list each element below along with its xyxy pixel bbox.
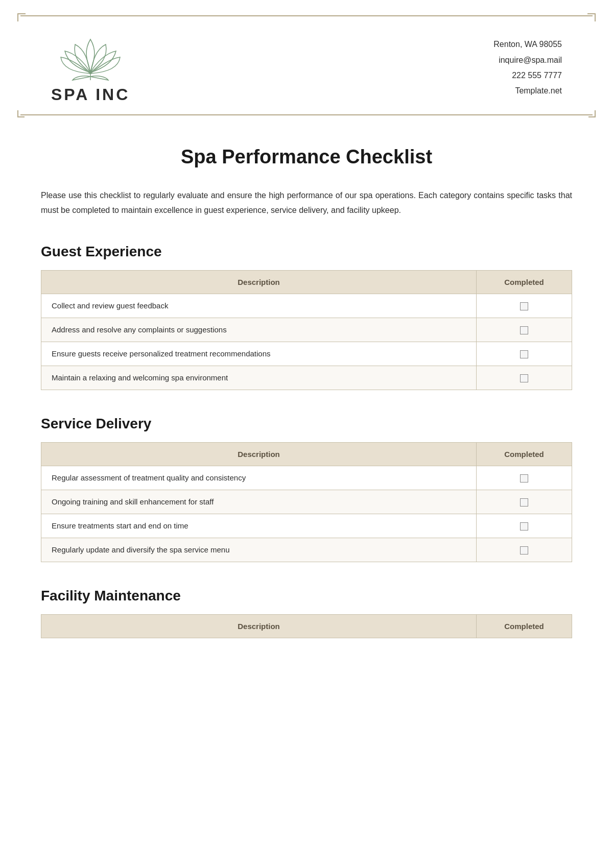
table-row: Regularly update and diversify the spa s…: [41, 538, 572, 562]
service-delivery-table: Description Completed Regular assessment…: [41, 442, 572, 562]
table-row: Ongoing training and skill enhancement f…: [41, 490, 572, 514]
row-description: Maintain a relaxing and welcoming spa en…: [41, 366, 477, 390]
main-content: Spa Performance Checklist Please use thi…: [0, 115, 613, 694]
row-description: Address and resolve any complaints or su…: [41, 318, 477, 342]
intro-text: Please use this checklist to regularly e…: [41, 188, 572, 218]
logo-section: SPA INC: [51, 32, 130, 104]
table-row: Collect and review guest feedback: [41, 294, 572, 318]
website: Template.net: [493, 83, 562, 99]
row-checkbox[interactable]: [476, 514, 572, 538]
company-name: SPA INC: [51, 85, 130, 104]
row-description: Ensure guests receive personalized treat…: [41, 342, 477, 366]
row-description: Regular assessment of treatment quality …: [41, 466, 477, 490]
lotus-icon: [60, 32, 121, 83]
checkbox-icon[interactable]: [520, 546, 528, 554]
section-title-service: Service Delivery: [41, 416, 572, 432]
checkbox-icon[interactable]: [520, 474, 528, 483]
checkbox-icon[interactable]: [520, 374, 528, 382]
section-title-guest: Guest Experience: [41, 244, 572, 260]
row-description: Regularly update and diversify the spa s…: [41, 538, 477, 562]
checkbox-icon[interactable]: [520, 350, 528, 358]
row-description: Collect and review guest feedback: [41, 294, 477, 318]
checkbox-icon[interactable]: [520, 302, 528, 310]
contact-info: Renton, WA 98055 inquire@spa.mail 222 55…: [493, 37, 562, 99]
address: Renton, WA 98055: [493, 37, 562, 52]
facility-completed-header: Completed: [476, 614, 572, 638]
row-checkbox[interactable]: [476, 318, 572, 342]
checkbox-icon[interactable]: [520, 326, 528, 334]
section-title-facility: Facility Maintenance: [41, 588, 572, 604]
row-checkbox[interactable]: [476, 294, 572, 318]
row-description: Ongoing training and skill enhancement f…: [41, 490, 477, 514]
phone: 222 555 7777: [493, 68, 562, 83]
email: inquire@spa.mail: [493, 53, 562, 68]
table-row: Ensure treatments start and end on time: [41, 514, 572, 538]
table-row: Ensure guests receive personalized treat…: [41, 342, 572, 366]
row-checkbox[interactable]: [476, 538, 572, 562]
service-desc-header: Description: [41, 442, 477, 466]
guest-completed-header: Completed: [476, 270, 572, 294]
checkbox-icon[interactable]: [520, 522, 528, 531]
row-checkbox[interactable]: [476, 490, 572, 514]
table-row: Address and resolve any complaints or su…: [41, 318, 572, 342]
header: SPA INC Renton, WA 98055 inquire@spa.mai…: [20, 15, 593, 115]
page-title: Spa Performance Checklist: [41, 146, 572, 168]
table-row: Regular assessment of treatment quality …: [41, 466, 572, 490]
facility-desc-header: Description: [41, 614, 477, 638]
guest-desc-header: Description: [41, 270, 477, 294]
checkbox-icon[interactable]: [520, 498, 528, 507]
facility-table: Description Completed: [41, 614, 572, 638]
service-completed-header: Completed: [476, 442, 572, 466]
row-checkbox[interactable]: [476, 466, 572, 490]
row-checkbox[interactable]: [476, 366, 572, 390]
row-checkbox[interactable]: [476, 342, 572, 366]
row-description: Ensure treatments start and end on time: [41, 514, 477, 538]
table-row: Maintain a relaxing and welcoming spa en…: [41, 366, 572, 390]
guest-experience-table: Description Completed Collect and review…: [41, 270, 572, 390]
